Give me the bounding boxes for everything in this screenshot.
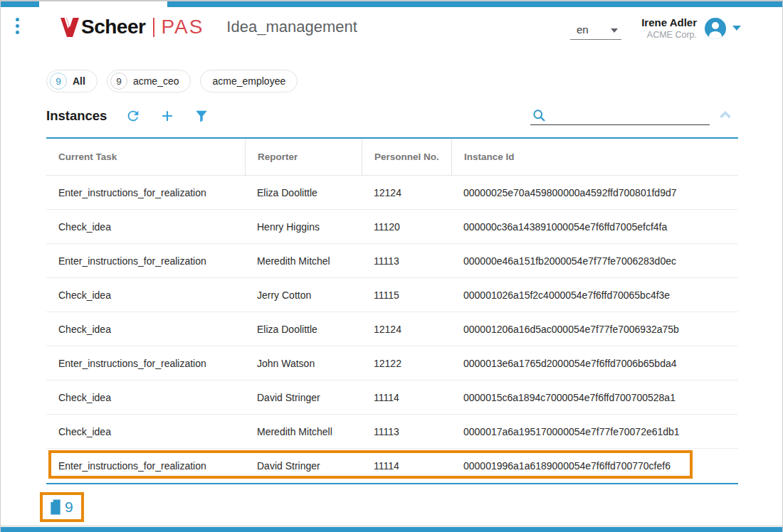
- role-filter-chips: 9 All 9 acme_ceo acme_employee: [46, 70, 298, 92]
- instances-table: Current Task Reporter Personnel No. Inst…: [46, 137, 738, 484]
- table-cell-personnel-no: 11114: [362, 381, 451, 414]
- result-count-box[interactable]: 9: [40, 492, 84, 522]
- chip-label: All: [73, 75, 85, 87]
- table-cell-reporter: Eliza Doolittle: [245, 312, 362, 346]
- column-header-reporter[interactable]: Reporter: [245, 139, 362, 175]
- table-cell-reporter: Eliza Doolittle: [245, 176, 362, 209]
- panel-title: Instances: [46, 108, 107, 124]
- table-row[interactable]: Check_ideaEliza Doolittle12124000001206a…: [46, 312, 738, 346]
- table-cell-instance-id: 000000c36a143891000054e7f6ffd7005efcf4fa: [451, 210, 738, 243]
- table-cell-personnel-no: 11113: [362, 415, 451, 448]
- result-count: 9: [65, 499, 73, 516]
- table-cell-instance-id: 000000e46a151fb2000054e7f77fe7006283d0ec: [451, 244, 738, 277]
- bottom-accent-bar: [1, 527, 782, 532]
- filter-chip-all[interactable]: 9 All: [46, 70, 98, 92]
- user-name: Irene Adler: [641, 16, 697, 29]
- table-cell-instance-id: 0000013e6a1765d2000054e7f6ffd7006b65bda4: [451, 346, 738, 380]
- app-title: Idea_management: [226, 18, 357, 36]
- table-cell-reporter: Henry Higgins: [245, 210, 362, 243]
- table-cell-instance-id: 0000015c6a1894c7000054e7f6ffd700700528a1: [451, 381, 738, 414]
- table-cell-current-task: Enter_instructions_for_realization: [46, 346, 245, 380]
- table-cell-instance-id: 0000017a6a195170000054e7f77fe70072e61db1: [451, 415, 738, 448]
- table-cell-current-task: Enter_instructions_for_realization: [46, 449, 245, 483]
- user-avatar-icon[interactable]: [705, 18, 726, 39]
- user-info: Irene Adler ACME Corp.: [641, 16, 697, 41]
- search-icon: [532, 108, 547, 123]
- column-header-personnel-no[interactable]: Personnel No.: [362, 139, 451, 175]
- language-caret-icon: [611, 28, 618, 33]
- filter-funnel-icon[interactable]: [194, 108, 209, 124]
- filter-chip-acme-ceo[interactable]: 9 acme_ceo: [107, 70, 191, 92]
- top-accent-bar: [1, 1, 782, 7]
- filter-chip-acme-employee[interactable]: acme_employee: [200, 70, 298, 92]
- table-cell-instance-id: 000001026a15f2c4000054e7f6ffd70065bc4f3e: [451, 278, 738, 312]
- column-header-current-task[interactable]: Current Task: [46, 139, 245, 175]
- table-cell-current-task: Enter_instructions_for_realization: [46, 176, 245, 209]
- table-cell-current-task: Check_idea: [46, 415, 245, 448]
- chip-count-badge: 9: [110, 73, 127, 90]
- table-cell-reporter: John Watson: [245, 346, 362, 380]
- app-header: Scheer PAS Idea_management en Irene Adle…: [1, 7, 782, 51]
- add-instance-icon[interactable]: [159, 108, 175, 124]
- search-input[interactable]: [551, 107, 710, 124]
- app-window: Scheer PAS Idea_management en Irene Adle…: [0, 0, 783, 532]
- table-cell-personnel-no: 11113: [362, 244, 451, 277]
- table-cell-current-task: Check_idea: [46, 278, 245, 312]
- table-cell-current-task: Enter_instructions_for_realization: [46, 244, 245, 277]
- column-header-instance-id[interactable]: Instance Id: [451, 139, 738, 175]
- table-row[interactable]: Enter_instructions_for_realizationEliza …: [46, 176, 738, 210]
- instances-toolbar: Instances: [46, 104, 209, 128]
- table-row[interactable]: Enter_instructions_for_realizationDavid …: [46, 449, 738, 483]
- logo-divider: [153, 18, 154, 37]
- table-row[interactable]: Check_ideaJerry Cotton11115000001026a15f…: [46, 278, 738, 312]
- language-select[interactable]: en: [570, 21, 621, 40]
- table-cell-reporter: David Stringer: [245, 449, 362, 483]
- bottom-divider: [1, 526, 782, 526]
- chip-label: acme_employee: [212, 75, 285, 87]
- table-cell-reporter: Jerry Cotton: [245, 278, 362, 312]
- table-cell-current-task: Check_idea: [46, 210, 245, 243]
- table-cell-current-task: Check_idea: [46, 381, 245, 414]
- table-row[interactable]: Check_ideaMeredith Mitchell111130000017a…: [46, 415, 738, 449]
- table-cell-instance-id: 000001206a16d5ac000054e7f77fe7006932a75b: [451, 312, 738, 346]
- chip-count-badge: 9: [50, 73, 67, 90]
- table-row[interactable]: Enter_instructions_for_realizationMeredi…: [46, 244, 738, 278]
- table-header-row: Current Task Reporter Personnel No. Inst…: [46, 139, 738, 176]
- table-cell-personnel-no: 11120: [362, 210, 451, 243]
- table-cell-reporter: Meredith Mitchel: [245, 244, 362, 277]
- table-cell-personnel-no: 11114: [362, 449, 451, 483]
- instances-table-body: Enter_instructions_for_realizationEliza …: [46, 176, 738, 483]
- brand-logo: Scheer PAS Idea_management: [61, 16, 357, 38]
- refresh-icon[interactable]: [125, 108, 141, 124]
- brand-name: Scheer: [81, 16, 145, 38]
- table-row[interactable]: Check_ideaDavid Stringer111140000015c6a1…: [46, 381, 738, 415]
- table-cell-personnel-no: 11115: [362, 278, 451, 312]
- table-row[interactable]: Check_ideaHenry Higgins11120000000c36a14…: [46, 210, 738, 244]
- topbar-tab-notch: [39, 1, 167, 7]
- collapse-panel-chevron-icon[interactable]: [717, 107, 734, 124]
- table-row[interactable]: Enter_instructions_for_realizationJohn W…: [46, 346, 738, 381]
- table-cell-personnel-no: 12124: [362, 312, 451, 346]
- table-cell-reporter: David Stringer: [245, 381, 362, 414]
- document-icon: [48, 499, 63, 516]
- product-name: PAS: [161, 16, 204, 38]
- user-organization: ACME Corp.: [641, 29, 697, 41]
- user-caret-icon: [732, 26, 741, 31]
- scheer-logo-mark-icon: [61, 18, 79, 37]
- table-cell-personnel-no: 12122: [362, 346, 451, 380]
- table-cell-reporter: Meredith Mitchell: [245, 415, 362, 448]
- table-cell-instance-id: 00000025e70a459800000a4592ffd700801fd9d7: [451, 176, 738, 209]
- menu-kebab-icon[interactable]: [16, 18, 19, 37]
- chip-label: acme_ceo: [133, 75, 179, 87]
- user-menu[interactable]: Irene Adler ACME Corp.: [641, 16, 741, 41]
- search-bar: [530, 105, 710, 125]
- table-cell-personnel-no: 12124: [362, 176, 451, 209]
- table-cell-instance-id: 000001996a1a6189000054e7f6ffd700770cfef6: [451, 449, 738, 483]
- table-cell-current-task: Check_idea: [46, 312, 245, 346]
